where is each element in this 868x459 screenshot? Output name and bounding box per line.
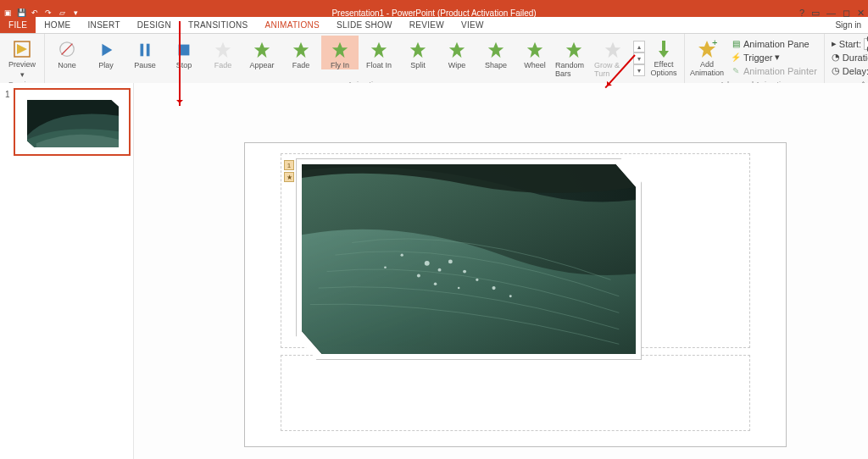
anim-item-1[interactable]: Appear <box>243 36 281 69</box>
quick-access-toolbar: ▣ 💾 ↶ ↷ ▱ ▾ Presentation1 - PowerPoint (… <box>0 8 868 17</box>
svg-marker-13 <box>410 42 426 58</box>
start-slideshow-icon[interactable]: ▱ <box>58 8 66 17</box>
anim-none[interactable]: None <box>48 36 86 69</box>
anim-item-3-selected[interactable]: Fly In <box>321 36 359 69</box>
delay-field: ◷Delay: <box>832 64 868 77</box>
svg-point-33 <box>509 295 512 297</box>
trigger-button[interactable]: ⚡Trigger▾ <box>731 51 817 64</box>
ribbon-tabs: FILE HOME INSERT DESIGN TRANSITIONS ANIM… <box>0 17 868 34</box>
anim-item-5[interactable]: Split <box>399 36 437 69</box>
svg-point-34 <box>384 266 387 268</box>
slide-canvas[interactable]: 1 ★ <box>134 83 868 459</box>
duration-icon: ◔ <box>832 52 840 63</box>
svg-point-25 <box>425 261 430 266</box>
effect-options-icon <box>654 39 674 59</box>
svg-marker-16 <box>527 42 542 58</box>
painter-icon: ✎ <box>731 66 741 76</box>
app-icon: ▣ <box>3 8 12 17</box>
svg-rect-5 <box>141 44 144 57</box>
tab-insert[interactable]: INSERT <box>80 17 129 33</box>
animation-tag-2[interactable]: ★ <box>284 172 294 182</box>
anim-item-0[interactable]: Fade <box>204 36 242 69</box>
preview-button[interactable]: Preview ▾ <box>3 36 41 80</box>
slide-thumbnails-panel[interactable]: 1 <box>0 83 134 459</box>
svg-marker-14 <box>449 42 465 58</box>
animation-pane-button[interactable]: ▤Animation Pane <box>731 37 817 50</box>
svg-point-27 <box>448 259 453 263</box>
tab-design[interactable]: DESIGN <box>129 17 180 33</box>
tab-view[interactable]: VIEW <box>453 17 492 33</box>
ribbon-options-icon[interactable]: ▭ <box>811 8 820 19</box>
tab-transitions[interactable]: TRANSITIONS <box>180 17 257 33</box>
window-title: Presentation1 - PowerPoint (Product Acti… <box>0 8 868 18</box>
anim-item-4[interactable]: Float In <box>360 36 398 69</box>
tab-animations[interactable]: ANIMATIONS <box>257 17 328 33</box>
slide-number: 1 <box>5 90 10 99</box>
add-animation-icon: + <box>697 39 717 59</box>
svg-rect-19 <box>662 41 665 53</box>
minimize-icon[interactable]: — <box>826 8 836 19</box>
svg-marker-15 <box>488 42 504 58</box>
animation-painter-button[interactable]: ✎Animation Painter <box>731 64 817 77</box>
redo-icon[interactable]: ↷ <box>44 8 53 17</box>
svg-marker-12 <box>371 42 387 58</box>
tab-file[interactable]: FILE <box>0 17 36 33</box>
svg-marker-1 <box>17 44 27 54</box>
svg-marker-17 <box>566 42 581 58</box>
svg-point-31 <box>401 253 403 256</box>
svg-point-29 <box>463 270 466 274</box>
workspace: 1 1 ★ <box>0 83 868 459</box>
svg-point-28 <box>417 274 420 278</box>
undo-icon[interactable]: ↶ <box>31 8 39 17</box>
maximize-icon[interactable]: ◻ <box>843 8 850 19</box>
svg-marker-11 <box>332 42 348 58</box>
animation-tag-1[interactable]: 1 <box>284 160 294 170</box>
anim-pause[interactable]: Pause <box>126 36 164 69</box>
start-select[interactable]: On Click▾ <box>864 38 868 50</box>
slide-thumbnail-1[interactable]: 1 <box>14 88 131 156</box>
close-icon[interactable]: ✕ <box>857 8 865 19</box>
tab-home[interactable]: HOME <box>36 17 79 33</box>
svg-marker-10 <box>293 42 309 58</box>
anim-play[interactable]: Play <box>87 36 125 69</box>
duration-field: ◔Duration: <box>832 51 868 64</box>
animation-pane-icon: ▤ <box>731 39 741 49</box>
effect-options-button[interactable]: Effect Options <box>647 36 681 78</box>
slide[interactable]: 1 ★ <box>244 142 787 447</box>
anim-item-7[interactable]: Shape <box>477 36 515 69</box>
thumbnail-image <box>27 100 119 147</box>
svg-marker-9 <box>254 42 270 58</box>
delay-icon: ◷ <box>832 65 840 76</box>
anim-item-9[interactable]: Random Bars <box>555 36 593 78</box>
svg-point-36 <box>458 287 460 290</box>
anim-stop[interactable]: Stop <box>165 36 203 69</box>
svg-rect-6 <box>147 44 150 57</box>
gallery-scroll: ▴ ▾ ▾ <box>633 41 645 76</box>
help-icon[interactable]: ? <box>799 8 804 19</box>
tab-review[interactable]: REVIEW <box>401 17 453 33</box>
svg-point-35 <box>434 282 437 285</box>
anim-item-8[interactable]: Wheel <box>516 36 554 69</box>
svg-text:+: + <box>712 39 717 47</box>
svg-point-26 <box>438 268 442 272</box>
svg-marker-20 <box>659 51 669 58</box>
anim-item-2[interactable]: Fade <box>282 36 320 69</box>
picture-frame[interactable] <box>296 158 642 360</box>
content-placeholder[interactable] <box>281 355 750 431</box>
save-icon[interactable]: 💾 <box>17 8 25 17</box>
add-animation-button[interactable]: + Add Animation <box>688 36 726 78</box>
animation-tags: 1 ★ <box>284 160 294 182</box>
anim-item-6[interactable]: Wipe <box>438 36 476 69</box>
trigger-icon: ⚡ <box>731 53 741 63</box>
gallery-up-icon[interactable]: ▴ <box>633 41 645 53</box>
gallery-more-icon[interactable]: ▾ <box>633 64 645 76</box>
qat-more-icon[interactable]: ▾ <box>71 8 80 17</box>
anim-item-10[interactable]: Grow & Turn <box>594 36 632 78</box>
svg-point-32 <box>492 286 495 290</box>
svg-marker-4 <box>102 44 112 57</box>
tab-slideshow[interactable]: SLIDE SHOW <box>328 17 401 33</box>
sign-in-link[interactable]: Sign in <box>828 17 868 33</box>
start-field: ▸Start:On Click▾ <box>832 37 868 50</box>
svg-point-30 <box>476 279 478 281</box>
svg-marker-8 <box>215 42 231 58</box>
